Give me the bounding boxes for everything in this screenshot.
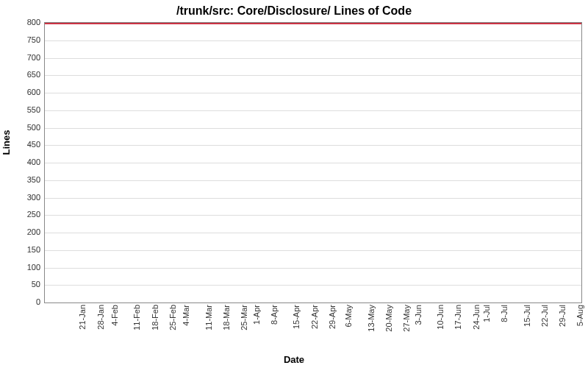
x-tick: 28-Jan — [96, 305, 104, 330]
x-tick: 20-May — [384, 305, 393, 332]
y-tick: 450 — [0, 140, 40, 149]
gridline — [45, 75, 581, 76]
chart-container: /trunk/src: Core/Disclosure/ Lines of Co… — [0, 0, 588, 368]
x-tick: 25-Feb — [168, 305, 177, 330]
y-tick: 0 — [0, 297, 40, 306]
x-axis-label: Date — [0, 354, 588, 365]
y-axis-ticks: 0501001502002503003504004505005506006507… — [0, 22, 40, 302]
gridline — [45, 40, 581, 41]
y-tick: 400 — [0, 158, 40, 166]
gridline — [45, 285, 581, 286]
x-tick: 21-Jan — [78, 305, 87, 330]
x-tick: 18-Mar — [222, 305, 231, 330]
y-tick: 200 — [0, 227, 40, 236]
x-tick: 4-Mar — [182, 305, 190, 326]
y-tick: 350 — [0, 175, 40, 184]
x-tick: 1-Jul — [482, 305, 491, 322]
y-tick: 250 — [0, 210, 40, 219]
y-tick: 150 — [0, 245, 40, 254]
chart-title: /trunk/src: Core/Disclosure/ Lines of Co… — [0, 4, 588, 18]
gridline — [45, 198, 581, 199]
gridline — [45, 233, 581, 233]
y-tick: 500 — [0, 123, 40, 132]
x-tick: 8-Apr — [270, 305, 279, 325]
x-tick: 4-Feb — [110, 305, 119, 326]
x-tick: 18-Feb — [150, 305, 159, 330]
gridline — [45, 163, 581, 163]
y-tick: 650 — [0, 70, 40, 79]
y-tick: 750 — [0, 35, 40, 44]
series-line — [45, 23, 581, 24]
x-tick: 22-Apr — [310, 305, 319, 329]
y-tick: 100 — [0, 263, 40, 272]
gridline — [45, 145, 581, 146]
gridline — [45, 110, 581, 111]
x-tick: 17-Jun — [453, 305, 462, 330]
x-tick: 8-Jul — [500, 305, 509, 322]
y-tick: 50 — [0, 280, 40, 289]
x-tick: 27-May — [402, 305, 411, 332]
x-tick: 11-Feb — [132, 305, 141, 330]
gridline — [45, 93, 581, 93]
x-tick: 15-Jul — [522, 305, 531, 327]
x-tick: 22-Jul — [540, 305, 549, 327]
gridline — [45, 250, 581, 251]
x-tick: 15-Apr — [292, 305, 301, 329]
x-tick: 6-May — [344, 305, 353, 328]
gridline — [45, 128, 581, 129]
x-tick: 10-Jun — [435, 305, 444, 330]
plot-area — [44, 22, 582, 303]
x-tick: 29-Jul — [558, 305, 567, 327]
x-tick: 5-Aug — [576, 305, 584, 326]
y-tick: 800 — [0, 18, 40, 26]
y-tick: 600 — [0, 88, 40, 96]
x-tick: 24-Jun — [471, 305, 480, 330]
y-tick: 550 — [0, 105, 40, 114]
x-tick: 1-Apr — [251, 305, 260, 325]
x-axis-ticks: 21-Jan28-Jan4-Feb11-Feb18-Feb25-Feb4-Mar… — [44, 303, 581, 355]
y-tick: 300 — [0, 193, 40, 202]
y-tick: 700 — [0, 53, 40, 62]
x-tick: 3-Jun — [413, 305, 422, 325]
x-tick: 25-Mar — [240, 305, 248, 330]
x-tick: 29-Apr — [328, 305, 337, 329]
gridline — [45, 268, 581, 269]
gridline — [45, 58, 581, 59]
x-tick: 13-May — [366, 305, 375, 332]
gridline — [45, 180, 581, 181]
x-tick: 11-Mar — [204, 305, 212, 330]
gridline — [45, 215, 581, 216]
